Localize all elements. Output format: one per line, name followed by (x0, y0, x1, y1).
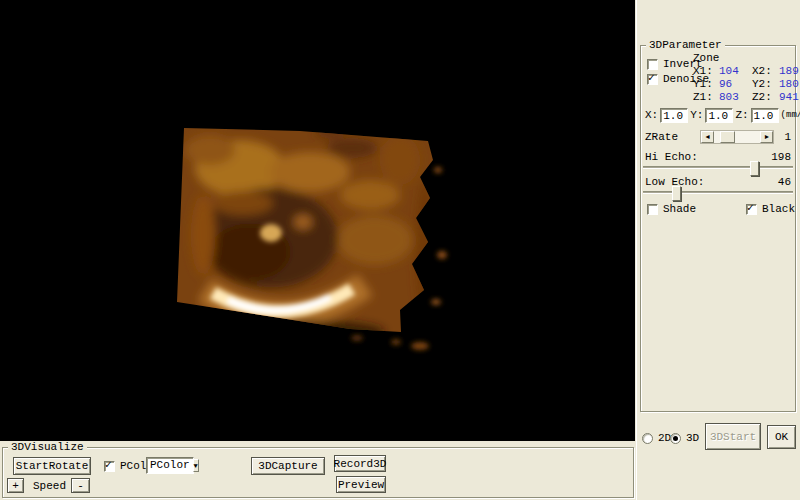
black-checkbox-box[interactable] (746, 204, 757, 215)
low-echo-slider[interactable] (643, 185, 793, 201)
hi-echo-slider[interactable] (643, 160, 793, 176)
denoise-checkbox-box[interactable] (647, 74, 658, 85)
3dcapture-button[interactable]: 3DCapture (251, 457, 325, 475)
zrate-scroll-left-icon[interactable] (701, 131, 714, 143)
mode-3d-radio[interactable]: 3D (670, 432, 699, 444)
invert-checkbox-box[interactable] (647, 59, 658, 70)
zone-row-x: X1: 104 X2: 189 (693, 65, 800, 77)
voxel-scale-row: X: Y: Z: (mm/p) (645, 108, 793, 123)
speed-label: Speed (33, 480, 66, 492)
black-checkbox[interactable]: Black (746, 203, 795, 215)
parameter-groupbox: 3DParameter Invert Denoise Zone X1: 104 … (640, 45, 796, 412)
ok-button[interactable]: OK (767, 425, 796, 449)
visualize-panel: 3DVisualize StartRotate + Speed - PColor… (0, 441, 636, 500)
record3d-button[interactable]: Record3D (334, 455, 386, 472)
zrate-scrollbar[interactable] (700, 130, 774, 144)
visualize-group-title: 3DVisualize (8, 441, 87, 453)
hi-echo-track (643, 167, 793, 169)
x-scale-label: X: (645, 109, 658, 121)
render-viewport[interactable] (0, 0, 635, 441)
ultrasound-3d-app: 3DParameter Invert Denoise Zone X1: 104 … (0, 0, 800, 500)
shade-checkbox-box[interactable] (647, 204, 658, 215)
z-scale-input[interactable] (751, 108, 779, 123)
pcolor-dropdown-arrow-icon[interactable] (193, 459, 199, 472)
mode-2d-radio-circle[interactable] (642, 433, 653, 444)
zone-readout: Zone X1: 104 X2: 189 Y1: 96 Y2: 180 Z1: … (693, 52, 800, 103)
zone-title: Zone (693, 52, 800, 64)
shade-label: Shade (663, 203, 696, 215)
speed-minus-button[interactable]: - (71, 478, 90, 493)
zrate-value: 1 (784, 131, 791, 143)
speed-plus-button[interactable]: + (7, 478, 24, 493)
hi-echo-thumb[interactable] (750, 161, 759, 176)
y-scale-label: Y: (690, 109, 703, 121)
black-label: Black (762, 203, 795, 215)
zrate-label: ZRate (645, 131, 678, 143)
scale-unit-label: (mm/p) (781, 111, 800, 121)
parameter-group-title: 3DParameter (646, 39, 725, 51)
preview-button[interactable]: Preview (336, 476, 386, 493)
zrate-scrollbar-thumb[interactable] (720, 131, 735, 143)
ultrasound-render (0, 0, 635, 441)
visualize-groupbox: 3DVisualize StartRotate + Speed - PColor… (2, 447, 634, 498)
pcolor-dropdown[interactable]: PColor (146, 457, 194, 474)
low-echo-thumb[interactable] (672, 186, 681, 201)
z-scale-label: Z: (735, 109, 748, 121)
3dstart-button[interactable]: 3DStart (705, 423, 761, 450)
zone-row-y: Y1: 96 Y2: 180 (693, 78, 800, 90)
shade-checkbox[interactable]: Shade (647, 203, 696, 215)
start-rotate-button[interactable]: StartRotate (13, 457, 91, 475)
mode-3d-label: 3D (686, 432, 699, 444)
pcolor-checkbox-box[interactable] (104, 461, 115, 472)
low-echo-track (643, 192, 793, 194)
parameter-panel: 3DParameter Invert Denoise Zone X1: 104 … (636, 0, 800, 500)
pcolor-dropdown-value: PColor (147, 459, 193, 471)
zone-row-z: Z1: 803 Z2: 941 (693, 91, 800, 103)
x-scale-input[interactable] (660, 108, 688, 123)
zrate-scroll-right-icon[interactable] (760, 131, 773, 143)
mode-2d-radio[interactable]: 2D (642, 432, 671, 444)
mode-3d-radio-circle[interactable] (670, 433, 681, 444)
zrate-row: ZRate 1 (645, 130, 791, 144)
y-scale-input[interactable] (705, 108, 733, 123)
